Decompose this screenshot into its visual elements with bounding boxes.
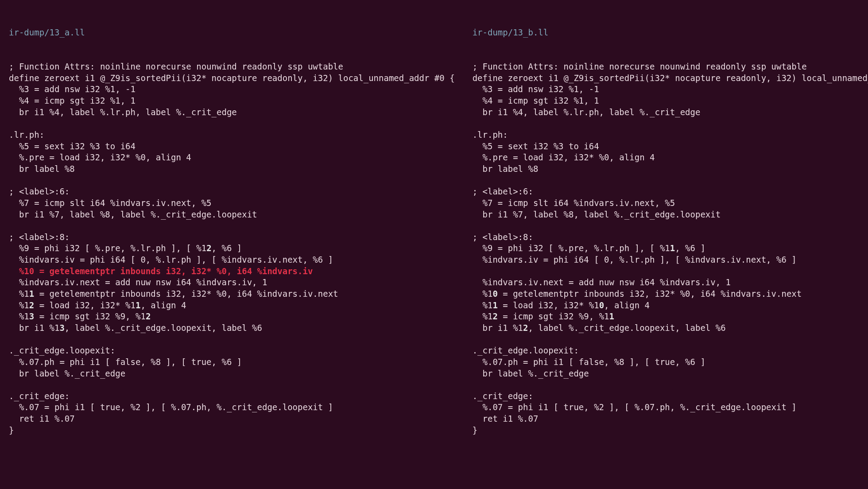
code-line: %3 = add nsw i32 %1, -1 bbox=[9, 84, 455, 95]
code-line: ; <label>:8: bbox=[9, 232, 455, 243]
code-line: %indvars.iv.next = add nuw nsw i64 %indv… bbox=[9, 277, 455, 288]
code-text: br label %._crit_edge bbox=[473, 369, 589, 378]
code-text: %1 bbox=[9, 289, 29, 299]
code-text: %1 bbox=[473, 289, 493, 299]
code-line: ret i1 %.07 bbox=[9, 413, 455, 425]
code-line: br i1 %4, label %.lr.ph, label %._crit_e… bbox=[473, 107, 868, 118]
code-text: } bbox=[473, 425, 477, 435]
code-line: %12 = load i32, i32* %11, align 4 bbox=[9, 300, 455, 311]
code-line: } bbox=[473, 425, 868, 436]
code-text: ._crit_edge: bbox=[9, 391, 70, 401]
code-text: .lr.ph: bbox=[9, 130, 44, 140]
code-text: br label %._crit_edge bbox=[9, 369, 125, 378]
code-text: , %6 ] bbox=[212, 243, 242, 253]
code-text: %indvars.iv.next = add nuw nsw i64 %indv… bbox=[9, 277, 267, 287]
code-line: %13 = icmp sgt i32 %9, %12 bbox=[9, 311, 455, 322]
code-text: = getelementptr inbounds i32, i32* %0, i… bbox=[34, 289, 338, 299]
code-line: %12 = icmp sgt i32 %9, %11 bbox=[473, 311, 868, 322]
inline-change-text: 1 bbox=[609, 311, 614, 321]
code-text: br i1 %7, label %8, label %._crit_edge.l… bbox=[473, 210, 721, 219]
code-text: %7 = icmp slt i64 %indvars.iv.next, %5 bbox=[9, 198, 212, 208]
code-line: ; <label>:6: bbox=[9, 186, 455, 198]
code-line: %5 = sext i32 %3 to i64 bbox=[9, 141, 455, 152]
code-line bbox=[473, 175, 868, 186]
code-text: %1 bbox=[9, 300, 29, 310]
code-text: %5 = sext i32 %3 to i64 bbox=[473, 141, 599, 151]
code-line: %10 = getelementptr inbounds i32, i32* %… bbox=[9, 266, 455, 277]
code-line: } bbox=[9, 425, 455, 436]
code-line: .lr.ph: bbox=[473, 129, 868, 141]
inline-change-text: 1 bbox=[492, 300, 497, 310]
right-code-body: ; Function Attrs: noinline norecurse nou… bbox=[473, 61, 868, 436]
code-text: br i1 %1 bbox=[9, 323, 59, 333]
code-line: %10 = getelementptr inbounds i32, i32* %… bbox=[473, 288, 868, 300]
code-line: define zeroext i1 @_Z9is_sortedPii(i32* … bbox=[473, 73, 868, 84]
code-text: %1 bbox=[473, 311, 493, 321]
code-text: br label %8 bbox=[473, 164, 539, 174]
inline-change-text: 1 bbox=[136, 300, 140, 310]
code-line: br i1 %13, label %._crit_edge.loopexit, … bbox=[9, 322, 455, 334]
code-line: .lr.ph: bbox=[9, 129, 455, 141]
inline-change-text: 2 bbox=[146, 311, 151, 321]
code-text: %indvars.iv = phi i64 [ 0, %.lr.ph ], [ … bbox=[473, 255, 797, 264]
code-line: ._crit_edge: bbox=[473, 391, 868, 402]
code-line: br i1 %4, label %.lr.ph, label %._crit_e… bbox=[9, 107, 455, 118]
code-text: ; <label>:6: bbox=[473, 186, 533, 196]
code-text: %7 = icmp slt i64 %indvars.iv.next, %5 bbox=[473, 198, 675, 208]
code-text: ; <label>:8: bbox=[9, 232, 70, 242]
code-line: %indvars.iv = phi i64 [ 0, %.lr.ph ], [ … bbox=[473, 254, 868, 266]
deleted-line-text: %10 = getelementptr inbounds i32, i32* %… bbox=[9, 266, 313, 276]
code-line bbox=[9, 118, 455, 129]
inline-change-text: 0 bbox=[599, 300, 604, 310]
code-text: %indvars.iv = phi i64 [ 0, %.lr.ph ], [ … bbox=[9, 255, 333, 264]
code-line: ; <label>:8: bbox=[473, 232, 868, 243]
code-line bbox=[473, 118, 868, 129]
code-text: %.07 = phi i1 [ true, %2 ], [ %.07.ph, %… bbox=[473, 402, 797, 412]
code-line: %11 = getelementptr inbounds i32, i32* %… bbox=[9, 288, 455, 300]
code-line: ._crit_edge: bbox=[9, 391, 455, 402]
code-line: %7 = icmp slt i64 %indvars.iv.next, %5 bbox=[9, 198, 455, 209]
code-line bbox=[473, 266, 868, 277]
left-pane: ir-dump/13_a.ll ; Function Attrs: noinli… bbox=[9, 4, 455, 459]
inline-change-text: 3 bbox=[59, 323, 64, 333]
code-line: br label %8 bbox=[473, 163, 868, 175]
code-line: %11 = load i32, i32* %10, align 4 bbox=[473, 300, 868, 311]
code-text: = icmp sgt i32 %9, %1 bbox=[498, 311, 609, 321]
code-line: %.07.ph = phi i1 [ false, %8 ], [ true, … bbox=[473, 357, 868, 368]
code-text: = load i32, i32* %1 bbox=[34, 300, 136, 310]
code-text: = getelementptr inbounds i32, i32* %0, i… bbox=[498, 289, 802, 299]
left-file-title: ir-dump/13_a.ll bbox=[9, 27, 455, 39]
code-line: %.07 = phi i1 [ true, %2 ], [ %.07.ph, %… bbox=[9, 402, 455, 413]
code-line: %5 = sext i32 %3 to i64 bbox=[473, 141, 868, 152]
code-text: ; Function Attrs: noinline norecurse nou… bbox=[473, 62, 807, 71]
code-line: %.07 = phi i1 [ true, %2 ], [ %.07.ph, %… bbox=[473, 402, 868, 413]
code-text: ._crit_edge: bbox=[473, 391, 533, 401]
code-text: %indvars.iv.next = add nuw nsw i64 %indv… bbox=[473, 277, 731, 287]
code-text: ._crit_edge.loopexit: bbox=[473, 345, 579, 355]
code-text: br i1 %7, label %8, label %._crit_edge.l… bbox=[9, 210, 257, 219]
inline-change-text: 0 bbox=[492, 289, 497, 299]
code-text: } bbox=[9, 425, 14, 435]
code-line: %9 = phi i32 [ %.pre, %.lr.ph ], [ %11, … bbox=[473, 243, 868, 254]
inline-change-text: 1 bbox=[29, 289, 34, 299]
inline-change-text: 1 bbox=[670, 243, 675, 253]
code-text: %.07 = phi i1 [ true, %2 ], [ %.07.ph, %… bbox=[9, 402, 333, 412]
code-line: %4 = icmp sgt i32 %1, 1 bbox=[473, 95, 868, 107]
inline-change-text: 2 bbox=[29, 300, 34, 310]
code-text: %.pre = load i32, i32* %0, align 4 bbox=[9, 152, 191, 162]
code-line bbox=[473, 334, 868, 345]
code-text: ._crit_edge.loopexit: bbox=[9, 345, 115, 355]
code-text: ; <label>:8: bbox=[473, 232, 533, 242]
inline-change-text: 2 bbox=[206, 243, 211, 253]
code-text: .lr.ph: bbox=[473, 130, 508, 140]
code-line: %indvars.iv.next = add nuw nsw i64 %indv… bbox=[473, 277, 868, 288]
code-text: , align 4 bbox=[604, 300, 650, 310]
code-line: ; Function Attrs: noinline norecurse nou… bbox=[9, 61, 455, 73]
code-line: br i1 %7, label %8, label %._crit_edge.l… bbox=[473, 209, 868, 221]
code-line bbox=[9, 334, 455, 345]
code-line: define zeroext i1 @_Z9is_sortedPii(i32* … bbox=[9, 73, 455, 84]
code-line bbox=[9, 379, 455, 391]
code-text: %4 = icmp sgt i32 %1, 1 bbox=[473, 96, 599, 105]
code-line bbox=[9, 220, 455, 232]
code-line: %.pre = load i32, i32* %0, align 4 bbox=[9, 152, 455, 163]
